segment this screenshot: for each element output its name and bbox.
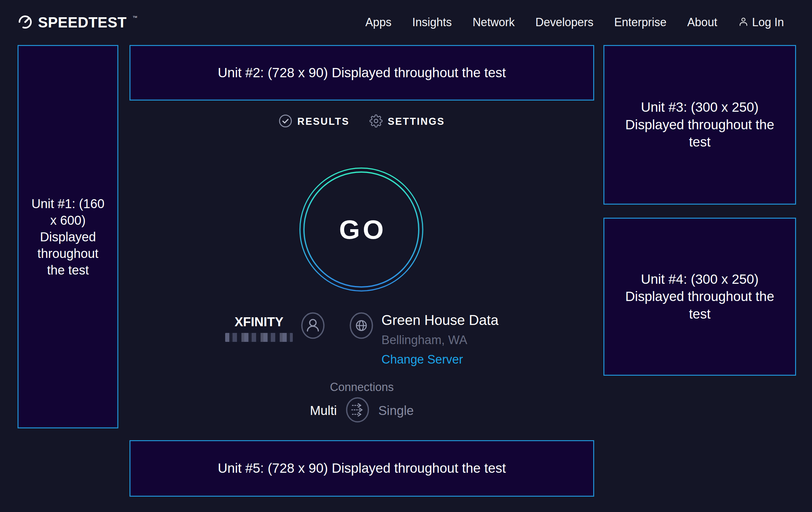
tab-results-label: RESULTS [297,116,349,127]
go-button-label: GO [299,167,424,292]
connections-toggle-row: Multi Single [129,397,594,424]
ad-unit-3-text: Unit #3: (300 x 250) Displayed throughou… [623,99,776,151]
ad-unit-5-text: Unit #5: (728 x 90) Displayed throughout… [218,460,506,477]
top-nav-bar: SPEEDTEST ™ Apps Insights Network Develo… [0,0,812,45]
change-server-link[interactable]: Change Server [381,353,498,367]
isp-info: XFINITY [225,312,325,342]
ad-unit-1[interactable]: Unit #1: (160 x 600) Displayed throughou… [18,45,118,428]
nav-item-apps[interactable]: Apps [365,16,391,29]
person-icon [738,16,749,28]
brand-name: SPEEDTEST [38,14,126,31]
server-name: Green House Data [381,312,498,328]
connections-mode-multi[interactable]: Multi [310,403,337,418]
nav-item-about[interactable]: About [687,16,717,29]
globe-oval-icon [350,312,373,340]
login-button[interactable]: Log In [738,16,784,29]
server-info: Green House Data Bellingham, WA Change S… [350,312,498,367]
tab-results[interactable]: RESULTS [279,114,349,129]
nav-item-insights[interactable]: Insights [412,16,452,29]
gear-icon [369,114,383,129]
connections-label: Connections [129,380,594,394]
ad-unit-1-text: Unit #1: (160 x 600) Displayed throughou… [31,195,105,278]
server-location: Bellingham, WA [381,333,498,347]
redacted-ip-text [225,333,293,342]
ad-unit-2-text: Unit #2: (728 x 90) Displayed throughout… [218,64,506,82]
ad-unit-3[interactable]: Unit #3: (300 x 250) Displayed throughou… [603,45,796,205]
multi-arrows-icon[interactable] [346,397,369,424]
person-oval-icon [301,312,325,340]
nav-item-enterprise[interactable]: Enterprise [614,16,667,29]
nav-item-developers[interactable]: Developers [535,16,593,29]
gauge-icon [18,14,33,31]
connection-info-row: XFINITY Green Hous [129,312,594,367]
brand-trademark: ™ [133,15,138,21]
speedtest-page: SPEEDTEST ™ Apps Insights Network Develo… [0,0,812,512]
results-settings-tabs: RESULTS SETTINGS [129,114,594,129]
isp-name-link[interactable]: XFINITY [234,315,283,329]
connections-mode-single[interactable]: Single [378,403,414,418]
speedtest-logo[interactable]: SPEEDTEST ™ [18,14,137,31]
tab-settings[interactable]: SETTINGS [369,114,445,129]
login-label: Log In [752,16,784,29]
ad-unit-2[interactable]: Unit #2: (728 x 90) Displayed throughout… [129,45,594,101]
go-button[interactable]: GO [299,167,424,292]
ad-unit-5[interactable]: Unit #5: (728 x 90) Displayed throughout… [129,440,594,497]
ad-unit-4[interactable]: Unit #4: (300 x 250) Displayed throughou… [603,218,796,376]
check-circle-icon [279,114,292,129]
ad-unit-4-text: Unit #4: (300 x 250) Displayed throughou… [623,271,776,323]
tab-settings-label: SETTINGS [388,116,445,127]
nav-menu: Apps Insights Network Developers Enterpr… [365,16,784,29]
nav-item-network[interactable]: Network [473,16,515,29]
